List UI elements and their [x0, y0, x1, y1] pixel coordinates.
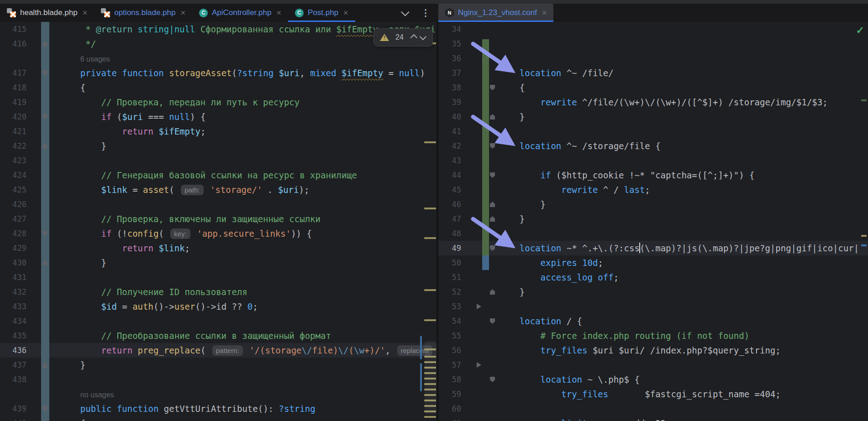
- code-line-35[interactable]: 35: [438, 36, 868, 51]
- code-line-50[interactable]: 50 expires 10d;: [438, 255, 868, 270]
- tab-nginx-1-23-vhost-conf[interactable]: NNginx_1.23_vhost.conf×: [438, 4, 553, 22]
- close-icon[interactable]: ×: [275, 9, 282, 17]
- code-line-437[interactable]: 437 }: [0, 358, 437, 372]
- code-line-435[interactable]: 435 // Преобразование ссылки в защищенны…: [0, 328, 437, 343]
- code-text[interactable]: }: [59, 358, 85, 372]
- code-text[interactable]: // Проверка, передан ли путь к ресурсу: [59, 95, 300, 109]
- code-line-59[interactable]: 59 try_files $fastcgi_script_name =404;: [438, 387, 868, 401]
- code-line-431[interactable]: 431: [0, 270, 437, 285]
- code-text[interactable]: }: [499, 109, 525, 124]
- code-line-39[interactable]: 39 rewrite ^/file/(\w+)\/(\w+)/([^$]+) /…: [438, 95, 868, 109]
- tab-post-php[interactable]: CPost.php×: [288, 4, 355, 22]
- code-text[interactable]: // Генерация базовой ссылки на ресурс в …: [59, 168, 357, 182]
- code-line-57[interactable]: 57: [438, 358, 868, 372]
- code-text[interactable]: public function getVttUriAttribute(): ?s…: [59, 401, 316, 416]
- code-line-416[interactable]: 416 */: [0, 36, 437, 51]
- code-text[interactable]: rewrite ^ / last;: [499, 182, 650, 197]
- code-text[interactable]: access_log off;: [499, 270, 619, 285]
- more-options-icon[interactable]: ⋮: [421, 8, 430, 17]
- code-line-432[interactable]: 432 // Получение ID пользователя: [0, 285, 437, 299]
- code-text[interactable]: no usages: [59, 387, 114, 401]
- code-text[interactable]: $id = auth()->user()->id ?? 0;: [59, 299, 258, 314]
- code-text[interactable]: return $link;: [59, 241, 190, 255]
- code-line-37[interactable]: 37 location ^~ /file/: [438, 66, 868, 80]
- previous-problem-icon[interactable]: [410, 34, 417, 41]
- code-line-426[interactable]: 426: [0, 197, 437, 212]
- code-text[interactable]: expires 10d;: [499, 255, 603, 270]
- code-text[interactable]: location / {: [499, 314, 582, 328]
- code-line-434[interactable]: 434: [0, 314, 437, 328]
- chevron-down-icon[interactable]: [401, 8, 409, 16]
- close-icon[interactable]: ×: [82, 9, 89, 17]
- code-line-419[interactable]: 419 // Проверка, передан ли путь к ресур…: [0, 95, 437, 109]
- code-text[interactable]: }: [499, 197, 546, 212]
- code-line-427[interactable]: 427 // Проверка, включены ли защищенные …: [0, 212, 437, 226]
- code-text[interactable]: if (!config( key: 'app.secure_links')) {: [59, 226, 312, 241]
- error-stripe-mark[interactable]: [424, 416, 436, 418]
- close-icon[interactable]: ×: [541, 9, 548, 17]
- code-text[interactable]: */: [59, 36, 96, 51]
- code-text[interactable]: }: [59, 139, 106, 153]
- code-line-44[interactable]: 44 if ($http_cookie !~* "captcha=([^;]+)…: [438, 168, 868, 182]
- editor-pane-nginx[interactable]: ✓ 34353637 location ^~ /file/38 {39 rewr…: [438, 22, 868, 421]
- error-stripe-mark[interactable]: [861, 99, 867, 101]
- code-text[interactable]: // Проверка, включены ли защищенные ссыл…: [59, 212, 321, 226]
- code-line-46[interactable]: 46 }: [438, 197, 868, 212]
- code-line-424[interactable]: 424 // Генерация базовой ссылки на ресур…: [0, 168, 437, 182]
- code-line-417[interactable]: 417 private function storageAsset(?strin…: [0, 66, 437, 80]
- code-line-428[interactable]: 428 if (!config( key: 'app.secure_links'…: [0, 226, 437, 241]
- code-line-430[interactable]: 430 }: [0, 255, 437, 270]
- code-text[interactable]: }: [499, 285, 525, 299]
- code-line-55[interactable]: 55 # Force index.php routing (if not fou…: [438, 328, 868, 343]
- code-text[interactable]: if ($uri === null) {: [59, 109, 205, 124]
- code-line-415[interactable]: 415 * @return string|null Сформированная…: [0, 22, 437, 36]
- code-line-61[interactable]: 61 limit_conn addr 32;: [438, 416, 868, 421]
- code-text[interactable]: 6 usages: [59, 51, 110, 66]
- code-line-48[interactable]: 48: [438, 226, 868, 241]
- code-text[interactable]: location ~* ^.+\.(?:css(\.map)?|js(\.map…: [499, 241, 859, 255]
- code-text[interactable]: $link = asset( path: 'storage/' . $uri);: [59, 182, 309, 197]
- code-text[interactable]: }: [499, 212, 525, 226]
- code-line-440[interactable]: 440 {: [0, 416, 437, 421]
- code-line-52[interactable]: 52 }: [438, 285, 868, 299]
- code-line-423[interactable]: 423: [0, 153, 437, 168]
- scrollbar-caret-mark[interactable]: [420, 336, 422, 359]
- code-line-54[interactable]: 54 location / {: [438, 314, 868, 328]
- gutter-triangle-icon[interactable]: [477, 362, 481, 368]
- code-line-41[interactable]: 41: [438, 124, 868, 139]
- code-line-47[interactable]: 47 }: [438, 212, 868, 226]
- tab-apicontroller-php[interactable]: CApiController.php×: [192, 4, 288, 22]
- code-line-36[interactable]: 36: [438, 51, 868, 66]
- code-line-56[interactable]: 56 try_files $uri $uri/ /index.php?$quer…: [438, 343, 868, 358]
- code-line-42[interactable]: 42 location ^~ /storage/file {: [438, 139, 868, 153]
- scrollbar-thumb[interactable]: [425, 341, 437, 414]
- code-line-433[interactable]: 433 $id = auth()->user()->id ?? 0;: [0, 299, 437, 314]
- code-text[interactable]: try_files $uri $uri/ /index.php?$query_s…: [499, 343, 781, 358]
- code-line-43[interactable]: 43: [438, 153, 868, 168]
- code-line-418[interactable]: 418 {: [0, 80, 437, 95]
- code-line-420[interactable]: 420 if ($uri === null) {: [0, 109, 437, 124]
- code-text[interactable]: if ($http_cookie !~* "captcha=([^;]+)") …: [499, 168, 755, 182]
- code-text[interactable]: location ~ \.php$ {: [499, 372, 640, 387]
- code-line-53[interactable]: 53: [438, 299, 868, 314]
- code-text[interactable]: {: [499, 80, 525, 95]
- code-text[interactable]: location ^~ /file/: [499, 66, 614, 80]
- next-problem-icon[interactable]: [419, 33, 426, 40]
- code-line-436[interactable]: 436 return preg_replace( pattern: '/(sto…: [0, 343, 437, 358]
- code-text[interactable]: try_files $fastcgi_script_name =404;: [499, 387, 781, 401]
- error-stripe-mark[interactable]: [861, 235, 867, 237]
- inspection-widget[interactable]: 24: [374, 28, 433, 47]
- scrollbar-caret-mark[interactable]: [420, 363, 422, 391]
- code-line-34[interactable]: 34: [438, 22, 868, 36]
- code-text[interactable]: limit_conn addr 32;: [499, 416, 671, 421]
- code-text[interactable]: {: [59, 80, 85, 95]
- code-line-38[interactable]: 38 {: [438, 80, 868, 95]
- code-line-438[interactable]: 438: [0, 372, 437, 387]
- code-text[interactable]: {: [59, 416, 85, 421]
- error-stripe-mark[interactable]: [424, 289, 436, 291]
- code-text[interactable]: location ^~ /storage/file {: [499, 139, 661, 153]
- code-line-40[interactable]: 40 }: [438, 109, 868, 124]
- code-line-51[interactable]: 51 access_log off;: [438, 270, 868, 285]
- code-line-439[interactable]: 439 public function getVttUriAttribute()…: [0, 401, 437, 416]
- tab-options-blade-php[interactable]: options.blade.php×: [94, 4, 192, 22]
